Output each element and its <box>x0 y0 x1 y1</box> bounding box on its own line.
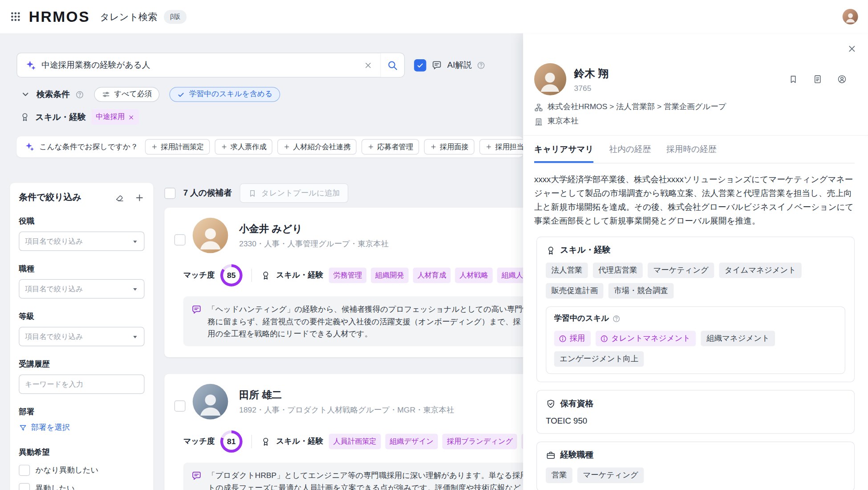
results-count: 7 人の候補者 <box>183 188 232 199</box>
course-filter-input[interactable] <box>19 375 144 394</box>
transfer-option-strong[interactable]: かなり異動したい <box>19 465 144 476</box>
suggest-chip[interactable]: 採用面接 <box>424 139 475 155</box>
learning-skills-box: 学習中のスキル 採用 タレントマネジメント 組織マネジメント エンゲージメント向… <box>546 306 845 374</box>
filter-sidebar: 条件で絞り込み 役職 項目名で絞り込み 職種 項目名で絞り込み 等級 項目名で絞… <box>10 183 153 490</box>
tab-internal-history[interactable]: 社内の経歴 <box>609 144 651 163</box>
add-filter-icon[interactable] <box>134 192 144 203</box>
filter-label-transfer: 異動希望 <box>19 447 144 457</box>
conditions-help-icon[interactable] <box>75 89 84 99</box>
skill-chip[interactable]: 代理店営業 <box>593 263 643 278</box>
learning-skill-chip[interactable]: 採用 <box>554 331 591 346</box>
detail-avatar <box>534 63 566 95</box>
skill-chip[interactable]: 販売促進計画 <box>546 283 603 299</box>
suggest-label: こんな条件でお探しですか？ <box>39 142 138 151</box>
job-categories-section: 経験職種 営業 マーケティング <box>536 441 855 490</box>
ai-comment-icon <box>191 469 202 481</box>
learning-skill-chip[interactable]: タレントマネジメント <box>596 331 696 346</box>
user-avatar[interactable] <box>843 9 858 24</box>
remove-filter-icon[interactable] <box>128 113 134 121</box>
search-bar <box>16 53 405 78</box>
skill-chip[interactable]: 労務管理 <box>329 268 367 283</box>
qualifications-title: 保有資格 <box>560 398 594 409</box>
chat-icon <box>431 60 442 71</box>
detail-employee-id: 3765 <box>574 83 608 92</box>
app-launcher-icon[interactable] <box>10 11 21 22</box>
add-to-talent-pool-button[interactable]: タレントプールに追加 <box>239 184 348 203</box>
ai-comment-icon <box>191 303 202 315</box>
results-header: 7 人の候補者 タレントプールに追加 <box>164 184 348 203</box>
include-learning-pill[interactable]: 学習中のスキルを含める <box>170 87 280 102</box>
skill-chip[interactable]: 市場・競合調査 <box>608 283 674 299</box>
filter-label-department: 部署 <box>19 407 144 417</box>
filter-label-role: 役職 <box>19 216 144 226</box>
learning-skill-chip[interactable]: エンゲージメント向上 <box>554 351 644 367</box>
learning-help-icon[interactable] <box>612 314 621 323</box>
checkbox[interactable] <box>19 465 30 476</box>
select-all-checkbox[interactable] <box>164 188 175 199</box>
close-icon[interactable] <box>847 43 857 53</box>
skill-chip[interactable]: 法人営業 <box>546 263 588 278</box>
skill-chip[interactable]: 人材育成 <box>413 268 451 283</box>
tab-hiring-history[interactable]: 採用時の経歴 <box>666 144 716 163</box>
candidate-avatar <box>193 218 228 253</box>
learning-skill-chip[interactable]: 組織マネジメント <box>701 331 775 346</box>
divider <box>251 435 252 448</box>
ai-explain-checkbox[interactable] <box>414 59 426 71</box>
suggest-chip[interactable]: 採用担当 <box>479 139 523 155</box>
skill-chip[interactable]: 人材戦略 <box>455 268 493 283</box>
skill-chip[interactable]: マーケティング <box>648 263 714 278</box>
transfer-option-normal[interactable]: 異動したい <box>19 483 144 490</box>
skill-chip[interactable]: 人員計画策定 <box>329 434 381 449</box>
sidebar-title: 条件で絞り込み <box>19 192 81 203</box>
job-category-chip[interactable]: マーケティング <box>577 468 644 483</box>
filter-label-jobtype: 職種 <box>19 264 144 274</box>
suggest-chip[interactable]: 求人票作成 <box>215 139 272 155</box>
divider <box>251 269 252 282</box>
suggest-chip[interactable]: 応募者管理 <box>362 139 419 155</box>
candidate-meta: 1892・人事・プロダクト人材戦略グループ・MGR・東京本社 <box>239 405 454 415</box>
search-button[interactable] <box>380 53 404 77</box>
filter-category-label: スキル・経験 <box>36 112 86 122</box>
candidate-avatar <box>193 384 228 420</box>
career-summary-text: xxxx大学経済学部卒業後、株式会社xxxxソリューションズにてマーケティングマ… <box>534 172 855 228</box>
tab-career-summary[interactable]: キャリアサマリ <box>534 144 594 163</box>
ai-sparkle-icon <box>25 60 36 71</box>
suggest-chip[interactable]: 採用計画策定 <box>145 139 210 155</box>
clear-search-icon[interactable] <box>364 61 373 69</box>
profile-icon[interactable] <box>837 74 847 84</box>
search-input[interactable] <box>41 61 358 70</box>
top-header: HRMOS タレント検索 β版 <box>0 0 868 33</box>
checkbox[interactable] <box>19 483 30 490</box>
skill-chip[interactable]: 組織開発 <box>371 268 409 283</box>
skill-chip[interactable]: 組織デザイン <box>385 434 438 449</box>
suggest-chip[interactable]: 人材紹介会社連携 <box>277 139 357 155</box>
candidate-meta: 2330・人事・人事管理グループ・東京本社 <box>239 239 389 249</box>
suggestion-bar: こんな条件でお探しですか？ 採用計画策定 求人票作成 人材紹介会社連携 応募者管… <box>16 136 523 157</box>
all-required-pill[interactable]: すべて必須 <box>94 87 159 102</box>
role-filter-select[interactable]: 項目名で絞り込み <box>19 232 144 251</box>
help-icon[interactable] <box>477 60 486 70</box>
caret-down-icon <box>130 331 139 341</box>
skill-chip[interactable]: 採用ブランディング <box>442 434 517 449</box>
chevron-down-icon[interactable] <box>20 89 31 100</box>
filter-label-course: 受講履歴 <box>19 359 144 369</box>
search-conditions-row: 検索条件 すべて必須 学習中のスキルを含める <box>20 86 280 102</box>
qualification-item: TOEIC 950 <box>546 416 845 425</box>
filter-chip[interactable]: 中途採用 <box>91 109 139 125</box>
caret-down-icon <box>130 284 139 294</box>
skill-badge-icon <box>546 245 556 256</box>
jobtype-filter-select[interactable]: 項目名で絞り込み <box>19 279 144 299</box>
select-department-link[interactable]: 部署を選択 <box>19 423 70 433</box>
candidate-checkbox[interactable] <box>174 400 186 412</box>
clear-filters-icon[interactable] <box>114 192 124 203</box>
skill-badge-icon <box>261 270 271 280</box>
match-score-ring: 85 <box>220 264 243 286</box>
skill-chip[interactable]: タイムマネジメント <box>719 263 801 278</box>
org-path: 株式会社HRMOS > 法人営業部 > 営業企画グループ <box>548 102 726 112</box>
candidate-checkbox[interactable] <box>174 234 186 245</box>
grade-filter-select[interactable]: 項目名で絞り込み <box>19 327 144 347</box>
candidate-detail-panel: 鈴木 翔 3765 株式会社HRMOS > 法人営業部 > 営業企画グループ 東… <box>523 33 868 490</box>
bookmark-icon[interactable] <box>788 74 798 84</box>
job-category-chip[interactable]: 営業 <box>546 468 572 483</box>
memo-icon[interactable] <box>813 74 823 84</box>
